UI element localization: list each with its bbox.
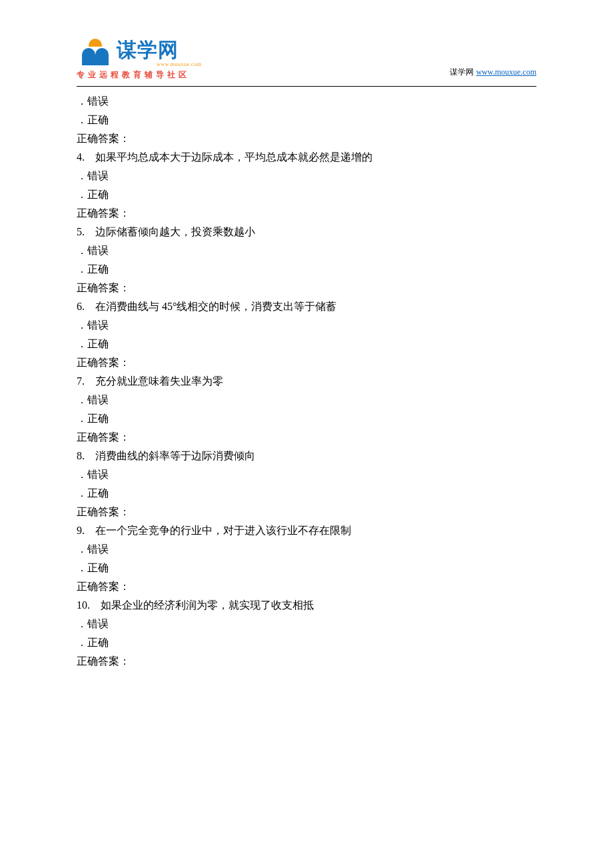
option-true: ．正确 [77, 260, 536, 279]
page-container: 谋学网 www.mouxue.com 专业远程教育辅导社区 谋学网 www.mo… [0, 0, 613, 697]
question-stem: 9. 在一个完全竞争的行业中，对于进入该行业不存在限制 [77, 521, 536, 540]
option-false: ．错误 [77, 92, 536, 111]
option-true: ．正确 [77, 484, 536, 503]
logo-text: 谋学网 www.mouxue.com [117, 37, 201, 67]
option-false: ．错误 [77, 241, 536, 260]
option-false: ．错误 [77, 391, 536, 409]
answer-label: 正确答案： [77, 129, 536, 148]
option-true: ．正确 [77, 559, 536, 577]
logo-icon [77, 39, 114, 65]
option-true: ．正确 [77, 185, 536, 204]
header-attribution: 谋学网 www.mouxue.com [450, 67, 536, 81]
logo-small-url: www.mouxue.com [157, 61, 201, 67]
answer-label: 正确答案： [77, 353, 536, 372]
question-stem: 10. 如果企业的经济利润为零，就实现了收支相抵 [77, 596, 536, 615]
question-stem: 4. 如果平均总成本大于边际成本，平均总成本就必然是递增的 [77, 148, 536, 167]
option-false: ．错误 [77, 465, 536, 484]
attribution-prefix: 谋学网 [450, 67, 476, 77]
answer-label: 正确答案： [77, 428, 536, 447]
answer-label: 正确答案： [77, 652, 536, 671]
option-false: ．错误 [77, 615, 536, 633]
content-body: ．错误 ．正确 正确答案： 4. 如果平均总成本大于边际成本，平均总成本就必然是… [77, 92, 536, 671]
option-false: ．错误 [77, 167, 536, 185]
option-true: ．正确 [77, 111, 536, 129]
question-stem: 7. 充分就业意味着失业率为零 [77, 372, 536, 391]
question-stem: 8. 消费曲线的斜率等于边际消费倾向 [77, 447, 536, 465]
answer-label: 正确答案： [77, 279, 536, 297]
logo-top-row: 谋学网 www.mouxue.com [77, 37, 201, 67]
header-divider [77, 86, 536, 87]
answer-label: 正确答案： [77, 204, 536, 223]
logo-tagline: 专业远程教育辅导社区 [77, 69, 201, 81]
option-true: ．正确 [77, 335, 536, 353]
logo-block: 谋学网 www.mouxue.com 专业远程教育辅导社区 [77, 37, 201, 81]
answer-label: 正确答案： [77, 503, 536, 521]
option-false: ．错误 [77, 316, 536, 335]
answer-label: 正确答案： [77, 577, 536, 596]
page-header: 谋学网 www.mouxue.com 专业远程教育辅导社区 谋学网 www.mo… [77, 37, 536, 81]
option-true: ．正确 [77, 409, 536, 428]
option-false: ．错误 [77, 540, 536, 559]
question-stem: 6. 在消费曲线与 45°线相交的时候，消费支出等于储蓄 [77, 297, 536, 316]
question-stem: 5. 边际储蓄倾向越大，投资乘数越小 [77, 223, 536, 241]
attribution-link[interactable]: www.mouxue.com [476, 67, 536, 77]
option-true: ．正确 [77, 633, 536, 652]
